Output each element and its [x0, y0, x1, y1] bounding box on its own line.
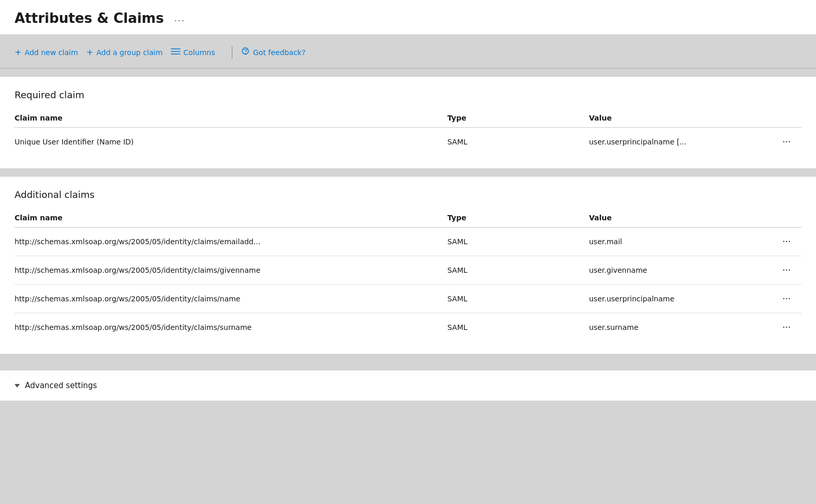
required-claim-wrapper: Required claim Claim name Type Value Uni… — [0, 69, 816, 168]
required-claim-section: Required claim Claim name Type Value Uni… — [0, 77, 816, 168]
additional-col-actions — [778, 208, 801, 228]
required-claims-header-row: Claim name Type Value — [15, 109, 801, 128]
claim-name-cell: Unique User Identifier (Name ID) — [15, 128, 448, 156]
additional-claims-wrapper: Additional claims Claim name Type Value … — [0, 168, 816, 354]
additional-claims-table: Claim name Type Value http://schemas.xml… — [15, 208, 801, 341]
row-actions-button[interactable]: ··· — [779, 292, 795, 306]
claim-actions-cell: ··· — [778, 228, 801, 256]
page-title: Attributes & Claims — [15, 10, 164, 26]
feedback-icon — [241, 47, 250, 58]
claim-value-cell: user.userprincipalname — [589, 285, 778, 313]
columns-label: Columns — [183, 48, 215, 57]
table-row: http://schemas.xmlsoap.org/ws/2005/05/id… — [15, 313, 801, 342]
table-row: http://schemas.xmlsoap.org/ws/2005/05/id… — [15, 228, 801, 256]
required-claim-title: Required claim — [15, 89, 801, 100]
additional-claims-section: Additional claims Claim name Type Value … — [0, 177, 816, 354]
toolbar: + Add new claim + Add a group claim Colu… — [0, 34, 816, 69]
claim-type-cell: SAML — [448, 128, 589, 156]
claim-value-cell: user.surname — [589, 313, 778, 342]
claim-type-cell: SAML — [448, 256, 589, 285]
add-group-claim-label: Add a group claim — [96, 48, 162, 57]
claim-value-cell: user.userprincipalname [... — [589, 128, 778, 156]
required-claims-body: Unique User Identifier (Name ID) SAML us… — [15, 128, 801, 156]
claim-name-cell: http://schemas.xmlsoap.org/ws/2005/05/id… — [15, 228, 448, 256]
page-container: Attributes & Claims ... + Add new claim … — [0, 0, 816, 504]
row-actions-button[interactable]: ··· — [779, 321, 795, 334]
claim-value-cell: user.givenname — [589, 256, 778, 285]
claim-type-cell: SAML — [448, 313, 589, 342]
header-area: Attributes & Claims ... — [0, 0, 816, 34]
plus-icon: + — [15, 47, 21, 57]
row-actions-button[interactable]: ··· — [779, 235, 795, 248]
add-new-claim-button[interactable]: + Add new claim — [15, 44, 86, 60]
advanced-settings-wrapper: Advanced settings — [0, 354, 816, 401]
table-row: http://schemas.xmlsoap.org/ws/2005/05/id… — [15, 285, 801, 313]
additional-claims-body: http://schemas.xmlsoap.org/ws/2005/05/id… — [15, 228, 801, 342]
additional-col-type: Type — [448, 208, 589, 228]
columns-button[interactable]: Columns — [171, 44, 223, 60]
advanced-settings-label: Advanced settings — [25, 381, 97, 390]
additional-claims-title: Additional claims — [15, 189, 801, 200]
columns-icon — [171, 47, 180, 57]
claim-name-cell: http://schemas.xmlsoap.org/ws/2005/05/id… — [15, 285, 448, 313]
chevron-down-icon — [15, 384, 20, 388]
claim-actions-cell: ··· — [778, 256, 801, 285]
required-col-actions — [778, 109, 801, 128]
feedback-button[interactable]: Got feedback? — [241, 44, 314, 61]
claim-actions-cell: ··· — [778, 128, 801, 156]
claim-type-cell: SAML — [448, 228, 589, 256]
claim-name-cell: http://schemas.xmlsoap.org/ws/2005/05/id… — [15, 256, 448, 285]
additional-claims-header-row: Claim name Type Value — [15, 208, 801, 228]
additional-col-value: Value — [589, 208, 778, 228]
table-row: http://schemas.xmlsoap.org/ws/2005/05/id… — [15, 256, 801, 285]
row-actions-button[interactable]: ··· — [779, 135, 795, 149]
claim-actions-cell: ··· — [778, 285, 801, 313]
required-claims-table: Claim name Type Value Unique User Identi… — [15, 109, 801, 156]
additional-col-claim-name: Claim name — [15, 208, 448, 228]
claim-actions-cell: ··· — [778, 313, 801, 342]
claim-type-cell: SAML — [448, 285, 589, 313]
required-col-type: Type — [448, 109, 589, 128]
feedback-label: Got feedback? — [253, 48, 306, 57]
required-col-value: Value — [589, 109, 778, 128]
add-group-claim-button[interactable]: + Add a group claim — [86, 44, 171, 60]
header-ellipsis-button[interactable]: ... — [170, 11, 189, 26]
plus-icon-2: + — [86, 47, 93, 57]
advanced-settings-section[interactable]: Advanced settings — [0, 370, 816, 401]
toolbar-separator — [232, 46, 232, 59]
table-row: Unique User Identifier (Name ID) SAML us… — [15, 128, 801, 156]
required-col-claim-name: Claim name — [15, 109, 448, 128]
add-new-claim-label: Add new claim — [24, 48, 78, 57]
claim-value-cell: user.mail — [589, 228, 778, 256]
claim-name-cell: http://schemas.xmlsoap.org/ws/2005/05/id… — [15, 313, 448, 342]
row-actions-button[interactable]: ··· — [779, 263, 795, 277]
